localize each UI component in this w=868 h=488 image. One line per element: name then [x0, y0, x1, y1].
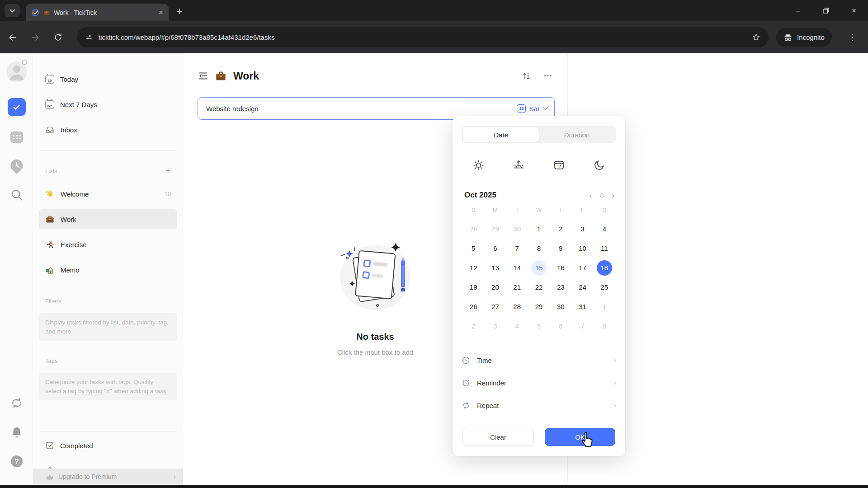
tasks-nav-button[interactable]	[8, 98, 26, 116]
calendar-day[interactable]: 8	[597, 319, 612, 334]
calendar-day[interactable]: 5	[531, 319, 547, 334]
calendar-day[interactable]: 17	[575, 260, 590, 276]
calendar-day[interactable]: 9	[553, 241, 568, 256]
reminder-option-row[interactable]: Reminder ›	[462, 371, 616, 394]
time-option-row[interactable]: Time ›	[462, 349, 616, 371]
tags-hint[interactable]: Categorize your tasks with tags. Quickly…	[39, 373, 177, 400]
filters-hint[interactable]: Display tasks filtered by list, date, pr…	[39, 313, 177, 341]
site-info-icon[interactable]	[85, 33, 93, 41]
calendar-day[interactable]: 21	[509, 280, 525, 295]
add-list-button[interactable]: +	[165, 166, 170, 176]
bookmark-star-icon[interactable]	[752, 33, 760, 42]
calendar-day[interactable]: 28	[466, 221, 481, 237]
forward-button[interactable]	[26, 21, 44, 53]
browser-tab[interactable]: Work - TickTick ×	[26, 4, 169, 21]
calendar-day[interactable]: 18	[597, 260, 612, 276]
list-item-exercise[interactable]: Exercise	[39, 235, 177, 254]
calendar-day[interactable]: 2	[466, 319, 481, 334]
lists-section-header[interactable]: Lists +	[45, 166, 170, 176]
tab-date[interactable]: Date	[463, 127, 539, 142]
sidebar-item-inbox[interactable]: Inbox	[39, 120, 177, 140]
sidebar-item-completed[interactable]: Completed	[39, 436, 177, 455]
calendar-day[interactable]: 15	[531, 260, 547, 276]
list-item-welcome[interactable]: Welcome 10	[39, 184, 177, 204]
url-text[interactable]: ticktick.com/webapp/#p/68f078b73a85c14af…	[99, 33, 746, 41]
task-input-value[interactable]: Website redesign	[206, 105, 517, 113]
calendar-day[interactable]: 28	[509, 299, 525, 314]
collapse-sidebar-icon[interactable]	[198, 70, 208, 81]
calendar-day[interactable]: 13	[487, 260, 503, 276]
sun-today-icon[interactable]	[472, 159, 485, 171]
incognito-badge: Incognito	[776, 28, 832, 47]
next-week-icon[interactable]: +7	[553, 159, 565, 171]
chevron-down-icon[interactable]	[542, 107, 548, 110]
due-date-chip[interactable]: 18 Sat	[517, 104, 548, 113]
list-header: Work	[198, 67, 553, 85]
calendar-day[interactable]: 6	[487, 241, 503, 256]
back-button[interactable]	[4, 21, 22, 53]
upgrade-banner[interactable]: Upgrade to Premium ›	[33, 469, 183, 485]
calendar-day[interactable]: 26	[466, 299, 481, 314]
sidebar-item-today[interactable]: 15 Today	[39, 69, 177, 89]
calendar-day[interactable]: 8	[531, 241, 547, 256]
calendar-day[interactable]: 14	[509, 260, 525, 276]
calendar-day[interactable]: 6	[553, 319, 568, 334]
calendar-day[interactable]: 31	[575, 299, 590, 314]
list-item-memo[interactable]: Memo	[39, 260, 177, 280]
calendar-day[interactable]: 24	[575, 280, 590, 295]
calendar-day[interactable]: 3	[487, 319, 503, 334]
reload-button[interactable]	[49, 21, 67, 53]
tags-section-header[interactable]: Tags	[45, 357, 170, 364]
tab-duration[interactable]: Duration	[539, 127, 615, 142]
calendar-day[interactable]: 10	[575, 241, 590, 256]
calendar-day[interactable]: 5	[466, 241, 481, 256]
calendar-day[interactable]: 25	[597, 280, 612, 295]
sunrise-tomorrow-icon[interactable]	[513, 159, 525, 171]
calendar-day[interactable]: 30	[553, 299, 568, 314]
calendar-day[interactable]: 27	[487, 299, 503, 314]
calendar-day[interactable]: 1	[597, 299, 612, 314]
sidebar-item-next7days[interactable]: We Next 7 Days	[39, 94, 177, 114]
new-tab-button[interactable]: +	[176, 5, 183, 18]
calendar-day[interactable]: 4	[597, 221, 612, 237]
calendar-day[interactable]: 1	[531, 221, 547, 237]
calendar-day[interactable]: 4	[509, 319, 525, 334]
minimize-button[interactable]: –	[784, 0, 812, 21]
calendar-day[interactable]: 29	[531, 299, 547, 314]
calendar-day[interactable]: 16	[553, 260, 568, 276]
calendar-day[interactable]: 20	[487, 280, 503, 295]
tab-close-icon[interactable]: ×	[159, 9, 163, 16]
browser-menu-button[interactable]: ⋮	[848, 32, 857, 42]
moon-tonight-icon[interactable]	[593, 159, 605, 171]
notifications-button[interactable]	[0, 426, 33, 439]
tab-search-button[interactable]	[5, 4, 20, 17]
filters-section-header[interactable]: Filters	[45, 298, 170, 305]
goto-today-button[interactable]	[600, 193, 604, 197]
calendar-day[interactable]: 11	[597, 241, 612, 256]
help-button[interactable]: ?	[0, 455, 33, 468]
calendar-day[interactable]: 29	[487, 221, 503, 237]
close-window-button[interactable]: ×	[840, 0, 868, 21]
next-month-button[interactable]: ›	[612, 191, 614, 200]
calendar-day[interactable]: 3	[575, 221, 590, 237]
search-nav-button[interactable]	[0, 188, 33, 202]
calendar-day[interactable]: 30	[509, 221, 525, 237]
prev-month-button[interactable]: ‹	[589, 191, 592, 200]
url-bar[interactable]: ticktick.com/webapp/#p/68f078b73a85c14af…	[77, 27, 769, 47]
sync-button[interactable]	[0, 396, 33, 410]
more-options-icon[interactable]	[543, 71, 553, 81]
calendar-nav-button[interactable]	[0, 130, 33, 144]
clear-button[interactable]: Clear	[462, 428, 534, 446]
calendar-day[interactable]: 7	[575, 319, 590, 334]
calendar-day[interactable]: 19	[466, 280, 481, 295]
focus-nav-button[interactable]	[0, 159, 33, 175]
restore-button[interactable]	[812, 0, 840, 21]
calendar-day[interactable]: 7	[509, 241, 525, 256]
calendar-day[interactable]: 12	[466, 260, 481, 276]
calendar-day[interactable]: 2	[553, 221, 568, 237]
list-item-work[interactable]: Work	[39, 209, 177, 229]
repeat-option-row[interactable]: Repeat ›	[462, 394, 616, 417]
calendar-day[interactable]: 22	[531, 280, 547, 295]
calendar-day[interactable]: 23	[553, 280, 568, 295]
sort-icon[interactable]	[522, 71, 531, 81]
